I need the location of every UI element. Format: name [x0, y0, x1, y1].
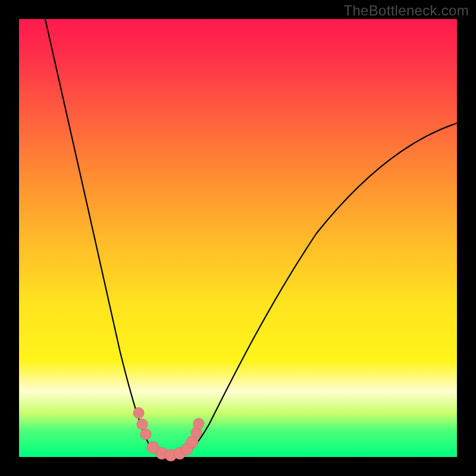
marker-dot	[133, 408, 144, 418]
right-curve-path	[181, 123, 457, 455]
valley-markers-group	[133, 408, 204, 461]
chart-svg	[19, 19, 457, 457]
marker-dot	[137, 419, 148, 430]
watermark-text: TheBottleneck.com	[343, 2, 469, 19]
marker-dot	[140, 429, 151, 440]
chart-frame: TheBottleneck.com	[0, 0, 476, 476]
bottleneck-curve	[45, 19, 457, 456]
left-curve-path	[45, 19, 163, 455]
marker-dot	[193, 418, 204, 429]
